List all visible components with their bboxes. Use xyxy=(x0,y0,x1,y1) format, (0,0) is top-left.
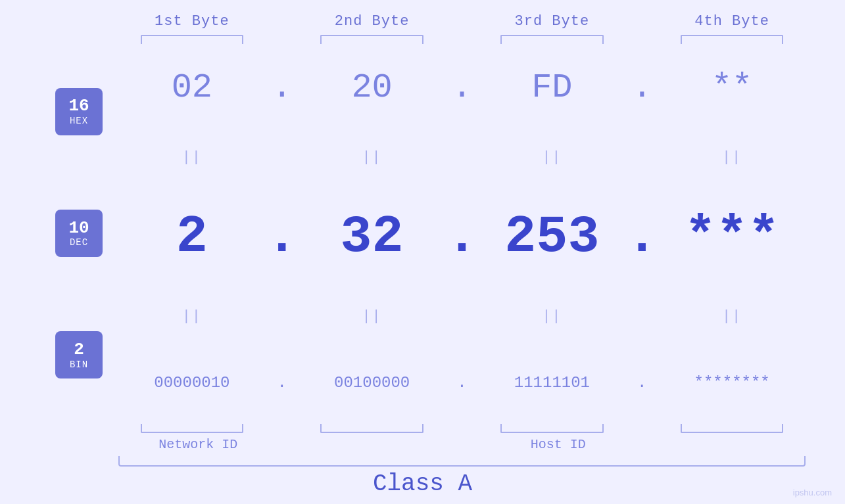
dec-row: 2 . 32 . 253 . *** xyxy=(118,200,806,273)
hex-dot1: . xyxy=(269,68,295,107)
bin-badge-label: BIN xyxy=(70,359,88,370)
dec-b4: *** xyxy=(685,207,779,267)
dec-badge: 10 DEC xyxy=(55,210,103,257)
hex-b4: ** xyxy=(712,68,752,107)
bin-dot3: . xyxy=(629,374,655,392)
network-id-label: Network ID xyxy=(158,437,237,452)
eq2-b4: || xyxy=(722,308,742,325)
hex-dot3: . xyxy=(629,68,655,107)
full-bracket-row xyxy=(39,456,806,467)
class-label-row: Class A xyxy=(39,470,806,497)
hex-dot2: . xyxy=(449,68,475,107)
bin-b4: ******** xyxy=(694,374,770,392)
dec-b2: 32 xyxy=(341,207,404,267)
dec-dot2: . xyxy=(446,207,477,267)
watermark: ipshu.com xyxy=(793,488,832,497)
class-label: Class A xyxy=(373,470,472,497)
badges-column: 16 HEX 10 DEC 2 BIN xyxy=(39,44,118,423)
eq2-b2: || xyxy=(362,308,381,325)
hex-badge-label: HEX xyxy=(70,116,88,126)
eq1-b2: || xyxy=(362,149,381,166)
hex-b3: FD xyxy=(531,68,572,107)
eq1-b1: || xyxy=(182,149,202,166)
dec-b1: 2 xyxy=(176,207,208,267)
equals-row-2: || || || || xyxy=(118,307,806,325)
eq1-b4: || xyxy=(722,149,742,166)
bin-b2: 00100000 xyxy=(334,374,410,392)
dec-dot3: . xyxy=(626,207,658,267)
eq1-b3: || xyxy=(542,149,562,166)
dec-b3: 253 xyxy=(504,207,599,267)
bin-dot2: . xyxy=(449,374,475,392)
dec-badge-number: 10 xyxy=(68,219,89,238)
bin-dot1: . xyxy=(269,374,295,392)
bin-badge-number: 2 xyxy=(74,340,84,359)
equals-row-1: || || || || xyxy=(118,148,806,166)
byte3-header: 3rd Byte xyxy=(479,13,626,30)
byte1-header: 1st Byte xyxy=(118,13,266,30)
byte2-header: 2nd Byte xyxy=(299,13,446,30)
bin-row: 00000010 . 00100000 . 11111101 . xyxy=(118,359,806,405)
hex-badge: 16 HEX xyxy=(55,88,103,135)
hex-badge-number: 16 xyxy=(68,97,89,116)
bin-badge: 2 BIN xyxy=(55,331,103,378)
hex-b1: 02 xyxy=(172,68,212,107)
bin-b3: 11111101 xyxy=(514,374,590,392)
bin-b1: 00000010 xyxy=(154,374,229,392)
byte4-header: 4th Byte xyxy=(658,13,806,30)
id-labels-row: Network ID Host ID xyxy=(39,437,806,452)
dec-dot1: . xyxy=(266,207,298,267)
eq2-b3: || xyxy=(542,308,562,325)
eq2-b1: || xyxy=(182,308,202,325)
hex-b2: 20 xyxy=(351,68,392,107)
hex-row: 02 . 20 . FD . ** xyxy=(118,61,806,114)
main-container: 1st Byte 2nd Byte 3rd Byte 4th Byte xyxy=(0,0,845,504)
dec-badge-label: DEC xyxy=(70,237,88,248)
host-id-label: Host ID xyxy=(531,437,586,452)
